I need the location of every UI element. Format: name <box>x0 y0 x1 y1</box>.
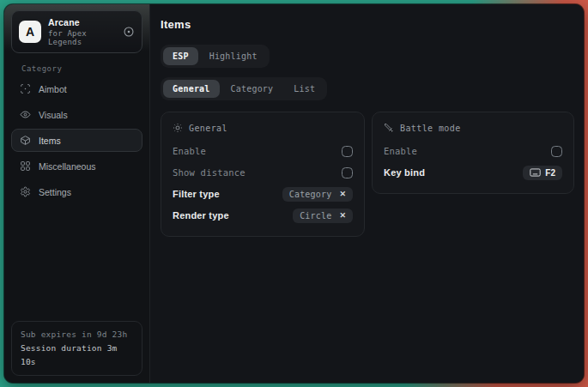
tab-highlight[interactable]: Highlight <box>200 47 267 65</box>
sidebar-item-label: Miscellaneous <box>39 161 96 172</box>
sidebar-item-label: Settings <box>39 187 71 197</box>
main-content: Items ESP Highlight General Category Lis… <box>150 4 584 383</box>
setting-label: Enable <box>384 146 417 156</box>
tab-esp[interactable]: ESP <box>163 47 198 65</box>
app-logo: A <box>19 21 41 43</box>
panel-general: General Enable Show distance Filter type… <box>161 112 365 237</box>
sidebar-item-label: Visuals <box>39 110 68 120</box>
sidebar-nav: Aimbot Visuals Items <box>4 77 149 203</box>
mode-tabs: ESP Highlight <box>161 45 270 68</box>
select-value: Circle <box>300 211 331 221</box>
setting-row: Filter type Category ✕ <box>173 184 353 204</box>
setting-row: Show distance <box>173 162 353 183</box>
package-icon <box>20 135 31 146</box>
filter-type-select[interactable]: Category ✕ <box>282 187 353 202</box>
setting-row: Render type Circle ✕ <box>173 205 353 226</box>
app-window: A Arcane for Apex Legends Category <box>4 4 584 383</box>
sidebar-item-settings[interactable]: Settings <box>11 180 142 203</box>
panel-battle-mode: Battle mode Enable Key bind <box>372 112 574 194</box>
enable-checkbox[interactable] <box>342 146 353 157</box>
panel-battle-header: Battle mode <box>384 123 562 133</box>
setting-row: Enable <box>173 141 353 161</box>
sidebar: A Arcane for Apex Legends Category <box>4 4 150 383</box>
show-distance-checkbox[interactable] <box>342 167 353 178</box>
setting-label: Enable <box>173 146 206 156</box>
target-icon[interactable] <box>123 26 135 38</box>
setting-row: Enable <box>384 141 562 161</box>
sidebar-item-label: Items <box>39 136 61 146</box>
brand-name: Arcane <box>48 17 116 27</box>
setting-label: Show distance <box>173 167 246 178</box>
subscription-card: Sub expires in 9d 23h Session duration 3… <box>11 321 142 376</box>
tab-category[interactable]: Category <box>221 80 283 98</box>
grid-icon <box>20 160 31 172</box>
crosshair-icon <box>20 83 31 94</box>
panel-title: General <box>189 124 227 133</box>
panel-general-header: General <box>173 123 353 133</box>
brand-card: A Arcane for Apex Legends <box>11 10 142 53</box>
brand-subtitle: for Apex Legends <box>48 29 116 46</box>
keyboard-icon <box>530 168 541 177</box>
tab-general[interactable]: General <box>163 80 220 98</box>
sidebar-item-miscellaneous[interactable]: Miscellaneous <box>11 154 142 178</box>
panels-row: General Enable Show distance Filter type… <box>161 112 574 237</box>
sidebar-item-label: Aimbot <box>39 84 67 94</box>
tab-list[interactable]: List <box>284 80 324 98</box>
keybind-value: F2 <box>545 168 555 178</box>
sword-icon <box>384 123 394 133</box>
eye-icon <box>20 109 31 120</box>
session-duration-text: Session duration 3m 10s <box>21 342 133 369</box>
battle-enable-checkbox[interactable] <box>551 146 562 157</box>
panel-title: Battle mode <box>400 124 461 133</box>
setting-label: Filter type <box>173 189 220 199</box>
setting-row: Key bind F2 <box>384 162 562 183</box>
sun-icon <box>173 123 183 133</box>
setting-label: Key bind <box>384 167 425 178</box>
category-label: Category <box>21 64 149 73</box>
keybind-button[interactable]: F2 <box>523 166 562 180</box>
brand-text: Arcane for Apex Legends <box>48 17 116 46</box>
select-value: Category <box>289 190 332 199</box>
sidebar-item-items[interactable]: Items <box>11 129 142 152</box>
sidebar-item-aimbot[interactable]: Aimbot <box>11 77 142 100</box>
setting-label: Render type <box>173 210 229 221</box>
clear-icon[interactable]: ✕ <box>339 211 346 220</box>
render-type-select[interactable]: Circle ✕ <box>293 209 353 223</box>
view-tabs: General Category List <box>161 77 327 100</box>
gear-icon <box>20 186 31 197</box>
page-title: Items <box>161 18 574 31</box>
sub-expiry-text: Sub expires in 9d 23h <box>21 328 133 342</box>
sidebar-item-visuals[interactable]: Visuals <box>11 103 142 126</box>
clear-icon[interactable]: ✕ <box>339 190 346 198</box>
